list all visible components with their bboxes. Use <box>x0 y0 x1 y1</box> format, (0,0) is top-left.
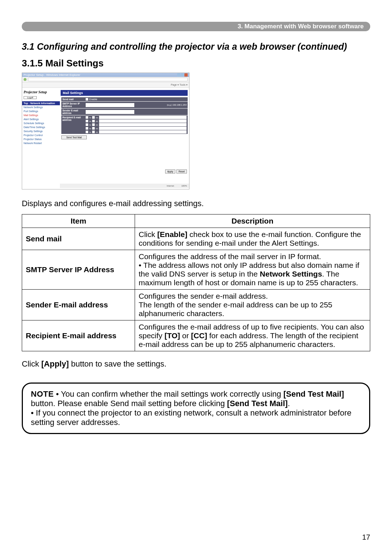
to-radio[interactable] <box>86 120 88 122</box>
table-row: Sender E-mail addressConfigures the send… <box>22 290 370 320</box>
table-cell-item: Sender E-mail address <box>22 290 135 320</box>
cc-label: cc <box>96 124 98 126</box>
recipient-input[interactable] <box>99 123 187 126</box>
maximize-icon[interactable] <box>181 73 184 77</box>
recipient-line: tocc <box>86 123 187 126</box>
table-row: SMTP Server IP AddressConfigures the add… <box>22 250 370 290</box>
window-titlebar: Projector Setup - Windows Internet Explo… <box>22 73 189 77</box>
recipient-line: tocc <box>86 130 187 134</box>
sidebar: Projector Setup Logoff Top : Network Inf… <box>22 88 60 188</box>
cc-radio[interactable] <box>92 123 95 126</box>
row-label-sender: Sender E-mail address <box>61 109 85 115</box>
table-row: Recipient E-mail addressConfigures the e… <box>22 320 370 351</box>
cc-radio[interactable] <box>92 127 95 130</box>
browser-nav-bar <box>22 77 189 82</box>
after-table-text: Click [Apply] button to save the setting… <box>22 359 370 369</box>
sidebar-item[interactable]: Port Settings <box>22 109 60 113</box>
page-number: 17 <box>362 533 370 541</box>
status-bar: Internet 100% <box>60 184 189 188</box>
intro-text: Displays and configures e-mail addressin… <box>22 199 370 208</box>
sidebar-item[interactable]: Projector Status <box>22 137 60 141</box>
recipient-input[interactable] <box>99 130 187 134</box>
cc-radio[interactable] <box>92 120 95 122</box>
panel-title: Mail Settings <box>61 90 188 96</box>
row-value-send-mail: Enable <box>85 97 188 101</box>
table-cell-item: Send mail <box>22 228 135 250</box>
back-icon[interactable] <box>24 78 26 81</box>
row-label-smtp: SMTP Server IP Address <box>61 102 85 108</box>
sidebar-item[interactable]: Projector Control <box>22 133 60 137</box>
sender-input[interactable] <box>86 110 134 114</box>
cc-label: cc <box>96 127 98 130</box>
to-label: to <box>89 120 91 122</box>
apply-button[interactable]: Apply <box>165 169 175 173</box>
send-test-mail-button[interactable]: Send Test Mail <box>61 135 87 139</box>
to-radio[interactable] <box>86 127 88 130</box>
recipient-line: tocc <box>86 116 187 119</box>
table-head-desc: Description <box>135 214 370 228</box>
to-radio[interactable] <box>86 123 88 126</box>
sidebar-item[interactable]: Date/Time Settings <box>22 125 60 129</box>
settings-table: Item Description Send mailClick [Enable]… <box>22 214 370 351</box>
breadcrumb-bar: 3. Management with Web browser software <box>22 22 370 31</box>
recipient-input[interactable] <box>99 116 187 119</box>
recipient-input[interactable] <box>99 127 187 130</box>
to-label: to <box>89 116 91 119</box>
to-radio[interactable] <box>86 131 88 133</box>
smtp-example: (e.g.) 192.168.1.254 <box>167 104 187 106</box>
sidebar-item[interactable]: Security Settings <box>22 129 60 133</box>
smtp-input[interactable] <box>86 103 134 107</box>
close-icon[interactable] <box>184 73 188 77</box>
note-box: NOTE • You can confirm whether the mail … <box>22 383 370 434</box>
minimize-icon[interactable] <box>177 73 180 77</box>
to-label: to <box>89 131 91 133</box>
sidebar-item[interactable]: Mail Settings <box>22 113 60 117</box>
note-body: • You can confirm whether the mail setti… <box>31 389 351 427</box>
row-value-smtp: (e.g.) 192.168.1.254 <box>85 102 188 108</box>
table-row: Send mailClick [Enable] check box to use… <box>22 228 370 250</box>
recipient-line: tocc <box>86 127 187 130</box>
sidebar-item[interactable]: Schedule Settings <box>22 121 60 125</box>
cc-label: cc <box>96 116 98 119</box>
window-controls <box>177 73 188 77</box>
enable-checkbox[interactable] <box>86 98 88 101</box>
to-radio[interactable] <box>86 116 88 119</box>
section-title: 3.1 Configuring and controlling the proj… <box>22 41 370 52</box>
address-bar[interactable] <box>28 78 188 81</box>
sidebar-title: Projector Setup <box>22 90 60 94</box>
breadcrumb-text: 3. Management with Web browser software <box>238 23 364 30</box>
window-title-text: Projector Setup - Windows Internet Explo… <box>24 73 80 77</box>
status-zoom: 100% <box>181 185 187 187</box>
table-head-item: Item <box>22 214 135 228</box>
cc-radio[interactable] <box>92 131 95 133</box>
cc-label: cc <box>96 131 98 133</box>
row-value-recipient: tocctocctocctocctocc <box>85 115 188 134</box>
table-cell-item: SMTP Server IP Address <box>22 250 135 290</box>
sidebar-item[interactable]: Network Restart <box>22 141 60 145</box>
table-cell-desc: Configures the e-mail address of up to f… <box>135 320 370 351</box>
subsection-title: 3.1.5 Mail Settings <box>22 58 370 69</box>
sidebar-header[interactable]: Top : Network Information <box>22 101 60 105</box>
main-panel: Mail Settings Send mail Enable SMTP Serv… <box>60 88 189 188</box>
to-label: to <box>89 127 91 130</box>
row-label-send-mail: Send mail <box>61 97 85 101</box>
command-bar-right[interactable]: Page ▾ Tools ▾ <box>171 83 188 86</box>
recipient-input[interactable] <box>99 119 187 123</box>
sidebar-item[interactable]: Alert Settings <box>22 117 60 121</box>
sidebar-item[interactable]: Network Settings <box>22 105 60 109</box>
to-label: to <box>89 124 91 126</box>
logoff-button[interactable]: Logoff <box>24 96 37 99</box>
cc-label: cc <box>96 120 98 122</box>
cc-radio[interactable] <box>92 116 95 119</box>
note-label: NOTE <box>31 389 54 398</box>
table-cell-desc: Click [Enable] check box to use the e-ma… <box>135 228 370 250</box>
row-value-sender <box>85 109 188 115</box>
browser-command-bar: Page ▾ Tools ▾ <box>22 82 189 88</box>
table-cell-item: Recipient E-mail address <box>22 320 135 351</box>
reset-button[interactable]: Reset <box>176 169 187 173</box>
table-cell-desc: Configures the sender e-mail address.The… <box>135 290 370 320</box>
recipient-line: tocc <box>86 119 187 123</box>
screenshot-browser-window: Projector Setup - Windows Internet Explo… <box>22 73 189 189</box>
table-cell-desc: Configures the address of the mail serve… <box>135 250 370 290</box>
status-internet: Internet <box>167 185 174 187</box>
